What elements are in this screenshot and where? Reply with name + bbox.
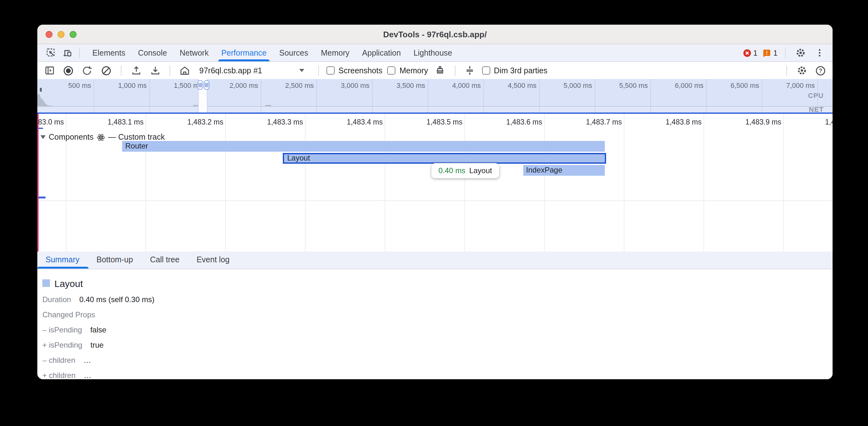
collect-garbage-button[interactable] (433, 64, 447, 77)
summary-row-value: … (84, 371, 91, 379)
inspect-element-button[interactable] (44, 46, 58, 60)
ruler-gridline (385, 114, 385, 251)
summary-row-value: … (84, 356, 91, 365)
ruler-tick-label: 1,483.9 ms (745, 118, 781, 126)
capture-settings-button[interactable] (795, 64, 809, 77)
overview-gridline (706, 79, 707, 112)
event-bar-layout[interactable]: Layout (283, 153, 606, 164)
summary-row-label: + isPending (42, 341, 82, 350)
performance-toolbar: 97r6ql.csb.app #1 Screenshots Memory (37, 62, 833, 79)
active-tab-underline (37, 266, 89, 269)
shortcuts-dialog-button[interactable] (463, 64, 477, 77)
tab-memory[interactable]: Memory (315, 44, 356, 61)
ruler-tick-label: 1,483.3 ms (267, 118, 303, 126)
tab-application[interactable]: Application (356, 44, 407, 61)
live-metrics-button[interactable] (178, 64, 192, 77)
ruler-tick-label: 1,483.5 ms (426, 118, 462, 126)
devtools-window: DevTools - 97r6ql.csb.app/ ElementsConso… (37, 25, 833, 379)
device-toolbar-icon (62, 47, 72, 58)
record-and-reload-button[interactable] (80, 64, 94, 77)
tab-console[interactable]: Console (132, 44, 173, 61)
screenshots-label: Screenshots (338, 66, 382, 75)
overview-gridline (483, 79, 484, 112)
components-track-header[interactable]: Components — Custom track (40, 133, 165, 141)
overview-gridline (428, 79, 428, 112)
react-atom-icon (97, 133, 105, 141)
summary-row-label: – isPending (42, 326, 82, 334)
compress-icon (464, 65, 475, 76)
cpu-lane-label: CPU (808, 92, 824, 99)
summary-panel: Layout Duration0.40 ms (self 0.30 ms)Cha… (37, 269, 833, 379)
overview-gridline (595, 79, 595, 112)
memory-checkbox[interactable]: Memory (388, 66, 428, 75)
overview-net-lane (37, 107, 833, 112)
details-tab-summary[interactable]: Summary (45, 256, 80, 264)
overview-tick-label: 7,000 ms (786, 81, 815, 89)
tab-performance[interactable]: Performance (215, 44, 273, 61)
summary-row-value: 0.40 ms (self 0.30 ms) (80, 295, 154, 304)
checkbox-box (327, 66, 335, 74)
tab-sources[interactable]: Sources (273, 44, 315, 61)
history-selector[interactable]: 97r6ql.csb.app #1 (199, 66, 308, 75)
ruler-gridline (783, 114, 784, 251)
summary-row-label: Changed Props (42, 310, 95, 319)
cpu-activity-graph (37, 93, 54, 106)
track-divider (37, 200, 833, 201)
track-suffix: — Custom track (108, 133, 165, 141)
clear-button[interactable] (99, 64, 113, 77)
screenshots-checkbox[interactable]: Screenshots (327, 66, 382, 75)
summary-row: – isPendingfalse (42, 326, 833, 334)
overview-tick-label: 3,500 ms (397, 81, 426, 89)
overview-tick-label: 6,000 ms (675, 81, 704, 89)
more-options-button[interactable] (812, 46, 826, 60)
overview-gridline (650, 79, 651, 112)
gear-icon (796, 65, 807, 76)
summary-row: + children… (42, 371, 833, 379)
selection-right-handle[interactable] (204, 80, 209, 90)
tab-elements[interactable]: Elements (86, 44, 132, 61)
overview-tick-label: 5,500 ms (619, 81, 648, 89)
settings-button[interactable] (793, 46, 807, 60)
collect-garbage-icon (435, 65, 445, 76)
ruler-tick-label: 1,483.0 ms (37, 118, 64, 126)
summary-row: – children… (42, 356, 833, 365)
overview-tick-label: 1,000 ms (118, 81, 147, 89)
event-bar-indexpage[interactable]: IndexPage (523, 165, 604, 176)
save-profile-button[interactable] (148, 64, 162, 77)
event-bar-router[interactable]: Router (122, 141, 605, 152)
summary-row-label: Duration (42, 295, 71, 304)
record-button[interactable] (61, 64, 75, 77)
device-toolbar-button[interactable] (60, 46, 74, 60)
tab-network[interactable]: Network (173, 44, 215, 61)
checkbox-box (388, 66, 396, 74)
issues-badge[interactable]: ! 1 (763, 48, 778, 57)
overview-tick-label: 5,000 ms (564, 81, 592, 89)
tab-lighthouse[interactable]: Lighthouse (407, 44, 458, 61)
selection-left-handle[interactable] (197, 80, 203, 90)
details-tab-event-log[interactable]: Event log (196, 256, 229, 264)
ruler-gridline (704, 114, 704, 251)
ruler-gridline (464, 114, 465, 251)
error-badge[interactable]: 1 (742, 48, 757, 57)
sidebar-panel-icon (44, 65, 55, 76)
toggle-sidebar-button[interactable] (42, 64, 56, 77)
error-count: 1 (753, 48, 757, 57)
screen: DevTools - 97r6ql.csb.app/ ElementsConso… (0, 0, 868, 426)
details-tab-bottom-up[interactable]: Bottom-up (96, 256, 133, 264)
ruler-gridline (225, 114, 226, 251)
overview-tick-label: 4,500 ms (508, 81, 537, 89)
summary-row-label: + children (42, 371, 75, 379)
devtools-tab-bar: ElementsConsoleNetworkPerformanceSources… (37, 44, 833, 62)
dim-3rd-parties-checkbox[interactable]: Dim 3rd parties (482, 66, 548, 75)
flame-chart[interactable]: 1,483.0 ms1,483.1 ms1,483.2 ms1,483.3 ms… (37, 114, 833, 251)
ruler-gridline (544, 114, 545, 251)
overview-tick-label: 2,000 ms (230, 81, 258, 89)
timeline-overview[interactable]: 500 ms1,000 ms1,500 ms2,000 ms2,500 ms3,… (37, 79, 833, 112)
ruler-tick-label: 1,483.2 ms (187, 118, 223, 126)
summary-row: + isPendingtrue (42, 341, 833, 350)
load-profile-button[interactable] (129, 64, 143, 77)
help-button[interactable]: ? (814, 64, 828, 77)
reload-icon (82, 65, 93, 76)
ruler-gridline (305, 114, 306, 251)
details-tab-call-tree[interactable]: Call tree (150, 256, 179, 264)
